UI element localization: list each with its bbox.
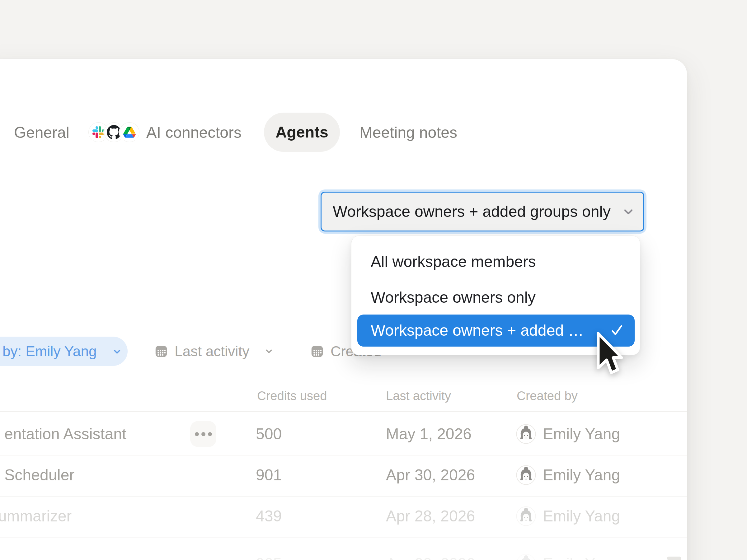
credits-used: 439 (256, 507, 282, 525)
cursor-pointer-icon (594, 331, 626, 378)
created-by-name: Emily Yang (543, 555, 620, 560)
filter-chip-last-activity[interactable]: Last activity (154, 337, 285, 366)
agent-name: ummarizer (0, 507, 72, 525)
agent-name: entation Assistant (4, 425, 126, 443)
credits-used: 500 (256, 425, 282, 443)
col-header-created-by: Created by (517, 389, 578, 403)
tab-ai-connectors[interactable]: AI connectors (146, 124, 241, 141)
last-activity: May 1, 2026 (386, 425, 471, 443)
divider (0, 411, 687, 412)
menu-option-selected-label: Workspace owners + added … (371, 315, 584, 347)
menu-option-all-members[interactable]: All workspace members (371, 253, 536, 270)
credits-used: 901 (256, 466, 282, 484)
tab-agents-label: Agents (264, 124, 340, 141)
tab-agents[interactable]: Agents (264, 113, 340, 152)
scrollbar-thumb[interactable] (667, 557, 681, 560)
chevron-down-icon (111, 346, 123, 358)
tab-general[interactable]: General (14, 124, 70, 141)
chevron-down-icon (264, 346, 274, 358)
last-activity: Apr 30, 2026 (386, 466, 475, 484)
created-by-name: Emily Yang (543, 466, 620, 484)
permission-dropdown[interactable]: Workspace owners + added groups only (320, 192, 644, 232)
col-header-last-activity: Last activity (386, 389, 451, 403)
avatar (516, 424, 536, 444)
tab-meeting-notes[interactable]: Meeting notes (360, 124, 457, 141)
avatar (516, 506, 536, 526)
menu-option-owners-only[interactable]: Workspace owners only (371, 289, 536, 306)
filter-chip-created-by-label: by: Emily Yang (2, 337, 97, 366)
menu-option-owners-added-groups[interactable]: Workspace owners + added … (357, 315, 635, 347)
chevron-down-icon (622, 205, 635, 220)
avatar (516, 554, 536, 560)
avatar (516, 465, 536, 485)
col-header-credits-used: Credits used (257, 389, 327, 403)
last-activity: Apr 20, 2026 (386, 555, 475, 560)
permission-dropdown-value: Workspace owners + added groups only (333, 193, 611, 231)
more-options-icon[interactable] (190, 421, 216, 447)
google-drive-icon (120, 122, 139, 142)
last-activity: Apr 28, 2026 (386, 507, 475, 525)
calendar-icon (310, 344, 324, 359)
created-by-name: Emily Yang (543, 425, 620, 443)
divider (0, 455, 687, 455)
filter-chip-last-activity-label: Last activity (175, 337, 249, 366)
credits-used: 905 (256, 555, 282, 560)
calendar-icon (154, 344, 169, 359)
divider (0, 537, 687, 538)
divider (0, 496, 687, 497)
agent-name: Scheduler (4, 466, 74, 484)
filter-chip-created-by[interactable]: by: Emily Yang (0, 337, 128, 366)
created-by-name: Emily Yang (543, 507, 620, 525)
